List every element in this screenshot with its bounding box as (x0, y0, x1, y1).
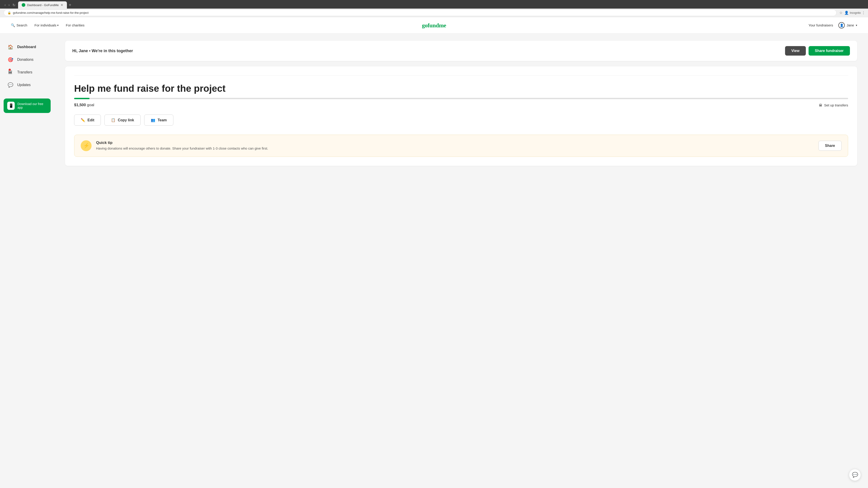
for-individuals-label: For individuals (35, 23, 57, 27)
user-name: Jane (846, 23, 854, 27)
greeting-text: Hi, Jane • We're in this together (72, 48, 133, 53)
sidebar-item-updates[interactable]: 💬 Updates (0, 78, 54, 91)
url-display: gofundme.com/manage/help-me-fund-raise-f… (13, 11, 89, 14)
lightning-icon: ⚡ (83, 143, 89, 149)
for-individuals-link[interactable]: For individuals ▾ (35, 23, 59, 27)
tab-close-button[interactable]: ✕ (61, 3, 63, 7)
quick-tip-card: ⚡ Quick tip Having donations will encour… (74, 135, 848, 157)
site-header: 🔍 Search For individuals ▾ For charities… (0, 17, 868, 33)
dashboard-header: Hi, Jane • We're in this together View S… (65, 41, 857, 61)
greeting-subtitle: We're in this together (92, 48, 133, 53)
donations-icon: 🎯 (7, 57, 13, 63)
view-button[interactable]: View (785, 46, 806, 56)
tab-favicon (22, 3, 25, 7)
nav-controls: ‹ › ↻ (2, 2, 18, 8)
site-logo[interactable]: gofundme (422, 22, 446, 29)
header-buttons: View Share fundraiser (785, 46, 850, 56)
profile-button[interactable]: 👤 (843, 10, 850, 16)
search-link[interactable]: 🔍 Search (11, 23, 27, 27)
search-label: Search (17, 23, 27, 27)
copy-icon: 📋 (111, 118, 116, 122)
sidebar-item-dashboard[interactable]: 🏠 Dashboard (0, 41, 54, 53)
for-charities-label: For charities (66, 23, 85, 27)
reload-button[interactable]: ↻ (11, 2, 16, 8)
fundraiser-title: Help me fund raise for the project (74, 83, 848, 94)
goal-text: $1,500 goal (74, 103, 94, 107)
content-area: Hi, Jane • We're in this together View S… (54, 33, 868, 488)
updates-icon: 💬 (7, 82, 13, 88)
team-label: Team (158, 118, 167, 122)
sidebar-donations-label: Donations (17, 58, 33, 62)
copy-link-label: Copy link (118, 118, 134, 122)
action-buttons: ✏️ Edit 📋 Copy link 👥 Team (74, 115, 848, 126)
edit-icon: ✏️ (81, 118, 85, 122)
bank-icon: 🏛 (819, 103, 822, 107)
setup-transfers-label: Set up transfers (824, 103, 848, 107)
goal-row: $1,500 goal 🏛 Set up transfers (74, 103, 848, 107)
header-right: Your fundraisers 👤 Jane ▾ (809, 22, 857, 29)
download-app-label: Download our free app (18, 102, 47, 109)
address-bar-row: 🔒 gofundme.com/manage/help-me-fund-raise… (0, 8, 868, 17)
search-icon: 🔍 (11, 23, 15, 27)
team-button[interactable]: 👥 Team (144, 115, 174, 126)
chat-icon: 💬 (852, 472, 858, 478)
quick-tip-text: Having donations will encourage others t… (96, 146, 268, 151)
team-icon: 👥 (151, 118, 155, 122)
sidebar-transfers-label: Transfers (17, 70, 32, 74)
greeting-name: Hi, Jane (72, 48, 88, 53)
back-button[interactable]: ‹ (4, 2, 6, 8)
header-left: 🔍 Search For individuals ▾ For charities (11, 23, 85, 27)
sidebar-updates-label: Updates (17, 83, 31, 87)
for-charities-link[interactable]: For charities (66, 23, 85, 27)
active-tab[interactable]: Dashboard - GoFundMe ✕ (18, 1, 67, 8)
goal-label: goal (87, 103, 94, 107)
fundraiser-card: Help me fund raise for the project $1,50… (65, 66, 857, 166)
address-bar[interactable]: 🔒 gofundme.com/manage/help-me-fund-raise… (4, 9, 837, 16)
quick-tip-icon: ⚡ (81, 140, 92, 151)
user-menu[interactable]: 👤 Jane ▾ (838, 22, 857, 29)
user-avatar-icon: 👤 (838, 22, 845, 29)
logo-text: gofundme (422, 22, 446, 29)
new-tab-button[interactable]: + (67, 2, 73, 8)
quick-tip-label: Quick tip (96, 140, 268, 145)
tab-bar: ‹ › ↻ Dashboard - GoFundMe ✕ + (0, 0, 868, 8)
share-fundraiser-button[interactable]: Share fundraiser (809, 46, 850, 56)
setup-transfers-link[interactable]: 🏛 Set up transfers (819, 103, 848, 107)
edit-label: Edit (88, 118, 94, 122)
your-fundraisers-link[interactable]: Your fundraisers (809, 23, 833, 27)
chat-fab-button[interactable]: 💬 (849, 469, 861, 481)
app-store-icon: 📱 (7, 102, 15, 110)
sidebar-dashboard-label: Dashboard (17, 45, 36, 49)
download-app-banner[interactable]: 📱 Download our free app (4, 98, 51, 113)
user-chevron-icon: ▾ (856, 24, 857, 27)
transfers-notification-dot (8, 69, 11, 71)
sidebar: 🏠 Dashboard 🎯 Donations 🏛 Transfers 💬 Up… (0, 33, 54, 488)
chevron-down-icon: ▾ (57, 24, 59, 27)
bookmark-button[interactable]: ☆ (838, 10, 843, 16)
divider (74, 75, 848, 76)
home-icon: 🏠 (7, 44, 13, 50)
menu-button[interactable]: ⋮ (861, 10, 866, 16)
quick-tip-share-button[interactable]: Share (818, 141, 842, 151)
sidebar-item-transfers[interactable]: 🏛 Transfers (0, 66, 54, 78)
main-wrapper: 🏠 Dashboard 🎯 Donations 🏛 Transfers 💬 Up… (0, 33, 868, 488)
progress-bar-fill (74, 98, 90, 99)
your-fundraisers-label: Your fundraisers (809, 23, 833, 27)
edit-button[interactable]: ✏️ Edit (74, 115, 101, 126)
tab-title: Dashboard - GoFundMe (27, 3, 59, 7)
incognito-label: Incognito (850, 11, 861, 14)
sidebar-item-donations[interactable]: 🎯 Donations (0, 53, 54, 66)
progress-bar-container (74, 98, 848, 99)
copy-link-button[interactable]: 📋 Copy link (104, 115, 141, 126)
forward-button[interactable]: › (7, 2, 10, 8)
quick-tip-content: Quick tip Having donations will encourag… (96, 140, 268, 151)
goal-amount: $1,500 (74, 103, 86, 107)
